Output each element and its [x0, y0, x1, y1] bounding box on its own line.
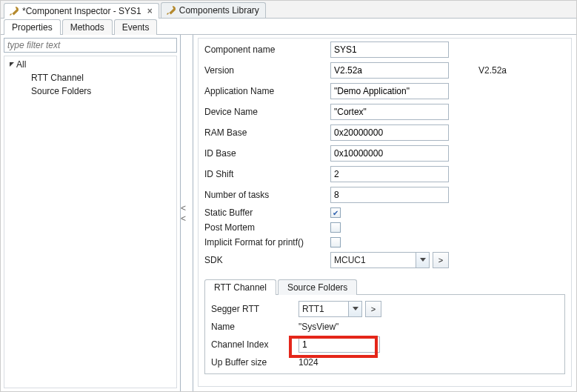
sub-tab-bar: RTT Channel Source Folders [204, 279, 565, 295]
splitter-label: < < [181, 203, 193, 224]
wrench-icon [9, 6, 19, 16]
label-rtt-name: Name [211, 322, 293, 332]
right-pane: Component name Version V2.52a Applicatio… [193, 35, 576, 391]
tree-label: Source Folders [31, 86, 91, 96]
properties-form: Component name Version V2.52a Applicatio… [204, 41, 565, 268]
combo-sdk[interactable]: MCUC1 [330, 252, 430, 268]
tree-label: All [16, 59, 26, 70]
checkbox-implicit-format[interactable] [330, 237, 341, 248]
label-sdk: SDK [204, 255, 323, 265]
chevron-down-icon[interactable] [348, 302, 361, 316]
tab-properties[interactable]: Properties [4, 19, 61, 35]
inner-tab-bar: Properties Methods Events [1, 19, 576, 35]
tree-item-all[interactable]: All [4, 58, 176, 71]
tab-label: Components Library [179, 5, 259, 16]
label-implicit-format: Implicit Format for printf() [204, 237, 323, 248]
checkbox-static-buffer[interactable]: ✔ [330, 207, 341, 218]
label-number-of-tasks: Number of tasks [204, 190, 323, 200]
tab-methods[interactable]: Methods [62, 19, 113, 35]
wrench-icon [166, 5, 176, 16]
label-id-shift: ID Shift [204, 169, 323, 179]
label-component-name: Component name [204, 44, 323, 55]
tab-label: *Component Inspector - SYS1 [22, 6, 141, 16]
label-up-buffer-size: Up Buffer size [211, 357, 293, 368]
close-icon[interactable]: × [147, 6, 153, 16]
label-static-buffer: Static Buffer [204, 207, 323, 218]
sub-tabs: RTT Channel Source Folders Segger RTT RT… [204, 279, 565, 374]
segger-rtt-details-button[interactable]: > [365, 301, 381, 317]
combo-value: RTT1 [302, 304, 324, 314]
tab-events[interactable]: Events [114, 19, 158, 35]
collapse-icon[interactable] [7, 62, 16, 68]
left-pane: All RTT Channel Source Folders [1, 35, 180, 391]
tab-component-inspector[interactable]: *Component Inspector - SYS1 × [4, 3, 159, 19]
label-version: Version [204, 65, 323, 76]
main-area: All RTT Channel Source Folders < < Compo… [1, 35, 576, 391]
value-up-buffer-size: 1024 [298, 357, 558, 368]
label-device-name: Device Name [204, 107, 323, 117]
label-segger-rtt: Segger RTT [211, 304, 293, 314]
label-application-name: Application Name [204, 86, 323, 96]
input-id-shift[interactable] [330, 166, 449, 182]
editor-tab-bar: *Component Inspector - SYS1 × Components… [1, 1, 576, 19]
property-tree[interactable]: All RTT Channel Source Folders [4, 56, 177, 388]
input-channel-index[interactable] [298, 336, 380, 353]
input-id-base[interactable] [330, 145, 449, 162]
input-version[interactable] [330, 62, 449, 79]
filter-input[interactable] [4, 38, 177, 53]
input-ram-base[interactable] [330, 124, 449, 141]
label-channel-index: Channel Index [211, 339, 293, 350]
tree-label: RTT Channel [31, 73, 84, 83]
rtt-channel-panel: Segger RTT RTT1 > Name "SysView" [204, 295, 565, 374]
sub-tab-rtt-channel[interactable]: RTT Channel [204, 279, 276, 295]
tab-components-library[interactable]: Components Library [161, 2, 266, 18]
input-device-name[interactable] [330, 104, 449, 120]
label-post-mortem: Post Mortem [204, 222, 323, 233]
label-id-base: ID Base [204, 148, 323, 159]
chevron-down-icon[interactable] [416, 253, 429, 268]
sdk-details-button[interactable]: > [433, 252, 449, 268]
sub-tab-source-folders[interactable]: Source Folders [278, 279, 357, 295]
tree-item-source-folders[interactable]: Source Folders [4, 84, 176, 98]
splitter-handle[interactable]: < < [180, 35, 193, 391]
checkbox-post-mortem[interactable] [330, 222, 341, 233]
combo-segger-rtt[interactable]: RTT1 [298, 301, 362, 317]
value-rtt-name: "SysView" [298, 322, 558, 332]
label-ram-base: RAM Base [204, 127, 323, 138]
input-application-name[interactable] [330, 83, 449, 99]
properties-panel[interactable]: Component name Version V2.52a Applicatio… [198, 38, 572, 387]
tree-item-rtt-channel[interactable]: RTT Channel [4, 71, 176, 84]
input-component-name[interactable] [330, 41, 449, 58]
version-note: V2.52a [456, 65, 565, 76]
combo-value: MCUC1 [334, 255, 366, 265]
input-number-of-tasks[interactable] [330, 187, 449, 203]
